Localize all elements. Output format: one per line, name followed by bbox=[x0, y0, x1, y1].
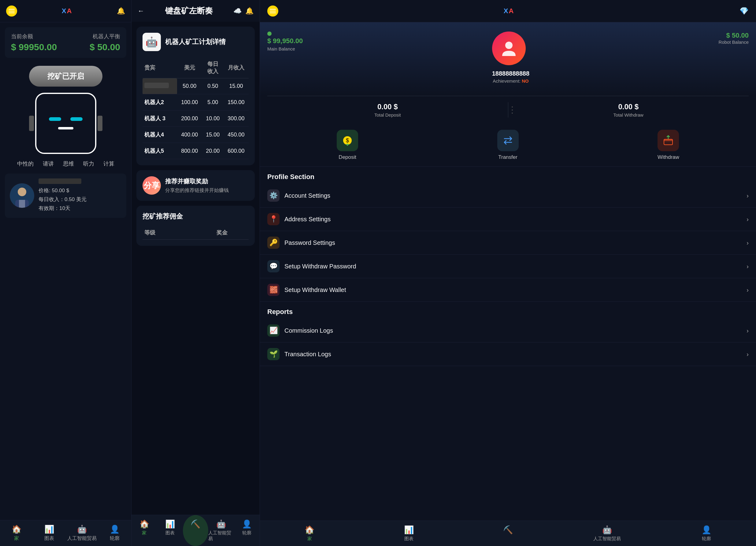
panel2-nav-home[interactable]: 🏠 家 bbox=[132, 515, 157, 546]
profile-center: 18888888888 Achievement: NO bbox=[492, 32, 529, 84]
p2-ai-icon: 🤖 bbox=[216, 519, 226, 529]
referral-subtitle: 分享您的推荐链接并开始赚钱 bbox=[165, 187, 229, 194]
setup-withdraw-wallet-label: Setup Withdraw Wallet bbox=[284, 287, 747, 294]
profile-section-title: Profile Section bbox=[260, 167, 756, 184]
mining-button[interactable]: 挖矿已开启 bbox=[29, 66, 102, 87]
commission-col-level: 等级 bbox=[143, 226, 196, 239]
robot-balance-label-p3: Robot Balance bbox=[719, 39, 749, 45]
robot-tags: 中性的 请讲 思维 听力 计算 bbox=[0, 160, 131, 167]
p3-nav-chart-label: 图表 bbox=[404, 536, 413, 542]
panel3-nav: 🏠 家 📊 图表 ⛏️ 🤖 人工智能贸易 👤 轮廓 bbox=[260, 521, 756, 546]
profile-left: $ 99,950.00 Main Balance bbox=[267, 32, 303, 51]
robot-balance-amount-p3: $ 50.00 bbox=[719, 32, 749, 39]
deposit-button[interactable]: $ Deposit bbox=[337, 130, 358, 160]
referral-icon-text: 分享 bbox=[144, 180, 160, 191]
menu-setup-withdraw-password[interactable]: 💬 Setup Withdraw Password › bbox=[260, 254, 756, 278]
panel1-nav-profile[interactable]: 👤 轮廓 bbox=[98, 520, 131, 546]
main-balance-label: Main Balance bbox=[267, 46, 303, 51]
plan-monthly-2: 300.00 bbox=[224, 110, 249, 127]
panel3-nav-chart[interactable]: 📊 图表 bbox=[359, 521, 458, 546]
panel2-nav-profile[interactable]: 👤 轮廓 bbox=[234, 515, 260, 546]
menu-setup-withdraw-wallet[interactable]: 🧱 Setup Withdraw Wallet › bbox=[260, 278, 756, 302]
robot-left-ear bbox=[29, 116, 34, 131]
panel2-nav: 🏠 家 📊 图表 ⛏️ 🤖 人工智能贸易 👤 轮廓 bbox=[132, 515, 260, 546]
panel1-logo: XA bbox=[62, 7, 72, 15]
p2-nav-profile-label: 轮廓 bbox=[242, 530, 251, 536]
svg-rect-14 bbox=[664, 139, 673, 141]
panel2-nav-chart[interactable]: 📊 图表 bbox=[157, 515, 183, 546]
address-settings-label: Address Settings bbox=[284, 216, 747, 223]
panel2-back-icon[interactable]: ← bbox=[138, 7, 144, 15]
password-settings-icon: 🔑 bbox=[267, 236, 280, 249]
plan-usd-1: 100.00 bbox=[177, 94, 202, 110]
main-balance-amount: $ 99,950.00 bbox=[267, 37, 303, 45]
total-deposit-label: Total Deposit bbox=[267, 112, 508, 117]
hamburger-icon[interactable] bbox=[6, 6, 17, 17]
plan-row-2: 机器人 3 200.00 10.00 300.00 bbox=[143, 110, 249, 127]
p3-profile-icon: 👤 bbox=[702, 525, 711, 535]
menu-account-settings[interactable]: ⚙️ Account Settings › bbox=[260, 184, 756, 207]
panel2-header: ← 键盘矿左断奏 ☁️ 🔔 bbox=[132, 0, 260, 22]
panel-3: XA 💎 $ 99,950.00 Main Balance 1888888888… bbox=[260, 0, 756, 546]
panel-1: XA 🔔 当前余额 $ 99950.00 机器人平衡 $ 50.00 挖矿已开启 bbox=[0, 0, 132, 546]
p3-home-icon: 🏠 bbox=[305, 525, 314, 535]
menu-address-settings[interactable]: 📍 Address Settings › bbox=[260, 207, 756, 231]
tag-3: 思维 bbox=[63, 160, 74, 167]
p3-nav-ai-label: 人工智能贸易 bbox=[593, 536, 621, 542]
robot-card-info: 价格: 50.00 $ 每日收入：0.50 美元 有效期：10天 bbox=[39, 178, 121, 213]
commission-card: 挖矿推荐佣金 等级 奖金 bbox=[136, 206, 255, 246]
robot-right-ear bbox=[98, 116, 102, 131]
p3-nav-home-label: 家 bbox=[307, 536, 312, 542]
p2-nav-ai-label: 人工智能贸易 bbox=[208, 530, 234, 542]
address-settings-icon: 📍 bbox=[267, 213, 280, 225]
p2-profile-icon: 👤 bbox=[242, 519, 252, 529]
menu-commission-logs[interactable]: 📈 Commission Logs › bbox=[260, 319, 756, 343]
withdraw-button[interactable]: Withdraw bbox=[658, 130, 679, 160]
p2-nav-home-label: 家 bbox=[142, 530, 146, 536]
p3-ai-icon: 🤖 bbox=[602, 525, 612, 535]
mining-plan-card: 🤖 机器人矿工计划详情 贵宾 美元 每日收入 月收入 50.00 0.50 15… bbox=[136, 27, 255, 165]
p2-nav-chart-label: 图表 bbox=[165, 530, 175, 536]
panel3-nav-profile[interactable]: 👤 轮廓 bbox=[657, 521, 756, 546]
transfer-label: Transfer bbox=[498, 154, 517, 160]
tag-1: 中性的 bbox=[17, 160, 34, 167]
total-deposit-value: 0.00 $ bbox=[267, 102, 508, 111]
commission-col-bonus: 奖金 bbox=[196, 226, 249, 239]
panel2-title: 键盘矿左断奏 bbox=[144, 6, 233, 16]
robot-eyes bbox=[49, 117, 83, 121]
panel3-nav-mining[interactable]: ⛏️ bbox=[458, 521, 558, 546]
panel1-nav-ai[interactable]: 🤖 人工智能贸易 bbox=[66, 520, 98, 546]
menu-password-settings[interactable]: 🔑 Password Settings › bbox=[260, 231, 756, 254]
panel3-hamburger[interactable] bbox=[267, 6, 278, 17]
panel1-nav-chart[interactable]: 📊 图表 bbox=[33, 520, 65, 546]
panel2-nav-ai[interactable]: 🤖 人工智能贸易 bbox=[208, 515, 234, 546]
panel1-nav: 🏠 家 📊 图表 🤖 人工智能贸易 👤 轮廓 bbox=[0, 520, 131, 546]
panel2-nav-mining[interactable]: ⛏️ bbox=[183, 515, 209, 546]
profile-top-row: $ 99,950.00 Main Balance 18888888888 Ach… bbox=[267, 32, 749, 84]
plan-row-1: 机器人2 100.00 5.00 150.00 bbox=[143, 94, 249, 110]
plan-monthly-1: 150.00 bbox=[224, 94, 249, 110]
panel1-nav-home[interactable]: 🏠 家 bbox=[0, 520, 33, 546]
tag-4: 听力 bbox=[83, 160, 94, 167]
mining-btn-wrapper: 挖矿已开启 bbox=[0, 66, 131, 87]
notification-icon[interactable]: 🔔 bbox=[117, 7, 125, 15]
deposit-icon: $ bbox=[337, 130, 358, 151]
plan-name-2: 机器人 3 bbox=[143, 110, 177, 127]
svg-rect-2 bbox=[9, 13, 15, 13]
p2-chart-icon: 📊 bbox=[165, 519, 175, 529]
commission-logs-arrow: › bbox=[747, 327, 749, 334]
current-balance-label: 当前余额 bbox=[11, 33, 57, 40]
mining-plan-icon: 🤖 bbox=[143, 33, 161, 51]
plan-row-0: 50.00 0.50 15.00 bbox=[143, 78, 249, 94]
total-withdraw-stat: 0.00 $ Total Withdraw bbox=[508, 102, 749, 117]
profile-username: 18888888888 bbox=[492, 70, 529, 77]
panel2-bell-icon[interactable]: 🔔 bbox=[245, 7, 254, 15]
menu-transaction-logs[interactable]: 🌱 Transaction Logs › bbox=[260, 343, 756, 366]
blurred-name-cell bbox=[144, 83, 169, 88]
robot-mouth bbox=[58, 127, 73, 129]
panel3-nav-ai[interactable]: 🤖 人工智能贸易 bbox=[558, 521, 657, 546]
profile-achievement: Achievement: NO bbox=[492, 78, 529, 84]
referral-card[interactable]: 分享 推荐并赚取奖励 分享您的推荐链接并开始赚钱 bbox=[136, 170, 255, 201]
panel3-nav-home[interactable]: 🏠 家 bbox=[260, 521, 359, 546]
transfer-button[interactable]: Transfer bbox=[497, 130, 519, 160]
